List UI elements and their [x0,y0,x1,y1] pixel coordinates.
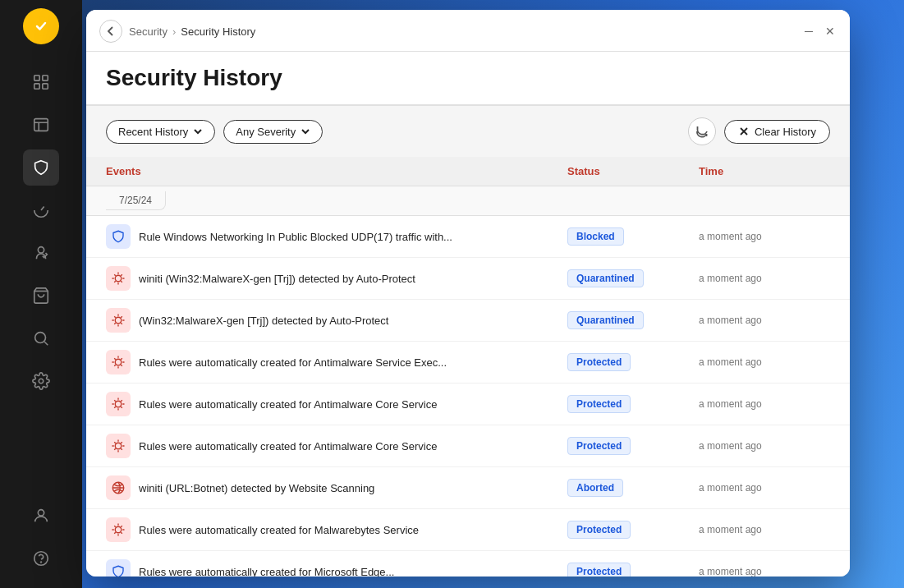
svg-point-10 [38,510,44,516]
refresh-button[interactable] [688,117,716,145]
status-cell: Protected [567,521,699,539]
table-row[interactable]: Rule Windows Networking In Public Blocke… [86,216,850,258]
sidebar-item-support[interactable] [23,540,59,577]
sidebar-item-bag[interactable] [23,278,59,314]
time-cell: a moment ago [699,356,830,368]
status-cell: Aborted [567,479,699,497]
sidebar-item-account[interactable] [23,498,59,534]
status-badge: Protected [567,395,631,413]
event-icon-malware [106,266,131,291]
svg-point-14 [115,317,122,324]
status-cell: Blocked [567,227,699,246]
event-cell: Rules were automatically created for Mal… [106,517,567,542]
svg-point-16 [115,401,122,407]
event-text: (Win32:MalwareX-gen [Trj]) detected by A… [139,315,388,327]
event-text: Rules were automatically created for Mal… [139,524,419,536]
time-cell: a moment ago [699,231,830,242]
table-row[interactable]: (Win32:MalwareX-gen [Trj]) detected by A… [86,300,850,342]
table-row[interactable]: Rules were automatically created for Ant… [86,384,850,425]
time-cell: a moment ago [699,524,830,535]
table-row[interactable]: Rules were automatically created for Mic… [86,551,850,577]
recent-history-label: Recent History [118,126,188,138]
clear-history-label: Clear History [755,126,816,138]
table-row[interactable]: winiti (Win32:MalwareX-gen [Trj]) detect… [86,258,850,300]
svg-point-6 [38,247,44,253]
time-cell: a moment ago [699,482,830,494]
breadcrumb-parent: Security [129,25,167,38]
event-cell: winiti (URL:Botnet) detected by Website … [106,475,567,500]
time-cell: a moment ago [699,566,830,577]
table-row[interactable]: Rules were automatically created for Ant… [86,342,850,384]
column-events: Events [106,165,567,177]
table-row[interactable]: Rules were automatically created for Ant… [86,425,850,467]
event-icon-malware [106,350,131,374]
sidebar-bottom [23,494,59,580]
status-cell: Protected [567,353,699,371]
table-rows-container: Rule Windows Networking In Public Blocke… [86,216,850,577]
event-cell: Rule Windows Networking In Public Blocke… [106,224,567,249]
back-button[interactable] [99,20,122,43]
app-logo[interactable] [23,8,59,44]
date-label: 7/25/24 [106,191,166,210]
sidebar-item-performance[interactable] [23,192,59,228]
window-controls: ─ ✕ [802,25,837,38]
event-text: Rule Windows Networking In Public Blocke… [139,231,452,243]
event-text: winiti (Win32:MalwareX-gen [Trj]) detect… [139,273,415,285]
minimize-button[interactable]: ─ [802,25,815,38]
event-cell: (Win32:MalwareX-gen [Trj]) detected by A… [106,308,567,333]
sidebar-item-protection[interactable] [23,235,59,271]
recent-history-button[interactable]: Recent History [106,120,215,144]
status-badge: Protected [567,563,631,577]
breadcrumb-current: Security History [181,25,255,38]
event-icon-web [106,475,131,500]
svg-rect-4 [43,84,48,89]
page-header: Security History [86,52,850,106]
time-cell: a moment ago [699,398,830,410]
svg-point-9 [39,379,44,384]
status-badge: Blocked [567,227,624,246]
time-cell: a moment ago [699,273,830,284]
svg-point-8 [35,333,46,343]
svg-point-13 [115,275,122,282]
status-badge: Protected [567,353,631,371]
table-header: Events Status Time [86,157,850,186]
time-cell: a moment ago [699,440,830,452]
svg-rect-1 [34,76,39,80]
table-row[interactable]: Rules were automatically created for Mal… [86,509,850,551]
sidebar-item-security[interactable] [23,149,59,186]
sidebar-item-search[interactable] [23,320,59,356]
event-icon-malware [106,517,131,542]
event-icon-malware [106,392,131,416]
sidebar-item-vault[interactable] [23,107,59,143]
breadcrumb: Security › Security History [129,25,255,38]
event-text: winiti (URL:Botnet) detected by Website … [139,482,374,494]
event-text: Rules were automatically created for Ant… [139,398,437,411]
event-cell: Rules were automatically created for Ant… [106,392,567,416]
title-bar-left: Security › Security History [99,20,255,43]
column-status: Status [567,165,699,177]
title-bar: Security › Security History ─ ✕ [86,10,850,52]
svg-point-17 [115,443,122,449]
svg-rect-5 [34,119,48,131]
status-badge: Protected [567,437,631,455]
status-badge: Aborted [567,479,623,497]
svg-rect-3 [34,84,39,89]
sidebar [0,0,82,588]
event-icon-malware [106,308,131,333]
table-row[interactable]: winiti (URL:Botnet) detected by Website … [86,467,850,509]
toolbar: Recent History Any Severity Clear Histor… [86,106,850,157]
clear-history-button[interactable]: Clear History [724,120,830,144]
events-table[interactable]: Events Status Time 7/25/24 Rule Windows … [86,157,850,577]
close-button[interactable]: ✕ [824,25,837,38]
any-severity-button[interactable]: Any Severity [223,120,323,144]
event-icon-malware [106,434,131,458]
sidebar-item-settings[interactable] [23,363,59,399]
sidebar-item-dashboard[interactable] [23,64,59,100]
status-cell: Protected [567,395,699,413]
column-time: Time [699,165,830,177]
status-badge: Quarantined [567,311,644,329]
status-cell: Protected [567,563,699,577]
svg-point-19 [115,526,122,533]
status-cell: Quarantined [567,311,699,329]
status-badge: Protected [567,521,631,539]
